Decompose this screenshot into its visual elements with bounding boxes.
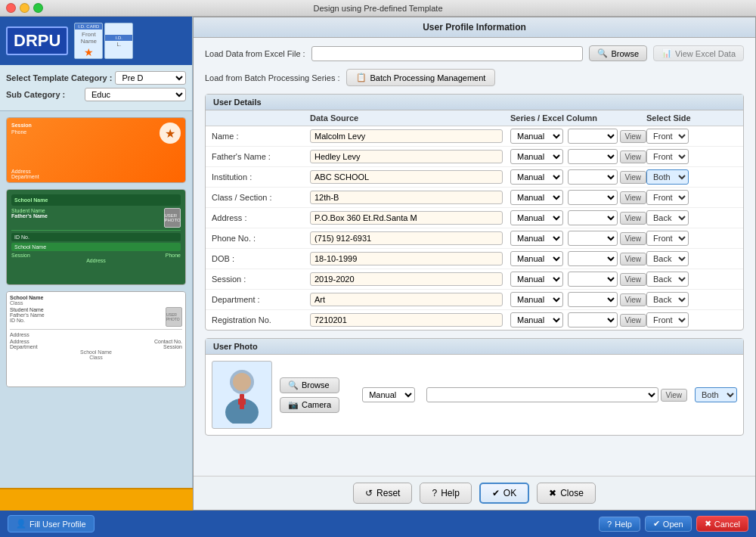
minimize-window-btn[interactable] <box>20 3 29 13</box>
side-select-7[interactable]: Front Back Both <box>646 272 689 287</box>
title-bar: Design using Pre-defined Template <box>0 0 756 17</box>
close-window-btn[interactable] <box>6 3 16 13</box>
template-card-3[interactable]: School Name Class Student Name Father's … <box>6 291 186 387</box>
side-group-4: Front Back Both <box>646 210 737 225</box>
fill-profile-btn[interactable]: 👤 Fill User Profile <box>8 515 94 532</box>
browse-excel-btn[interactable]: 🔍 Browse <box>589 45 647 61</box>
side-select-3[interactable]: Front Back Both <box>646 190 689 205</box>
reset-btn[interactable]: ↺ Reset <box>353 483 412 504</box>
photo-side-select[interactable]: Both Front Back <box>695 387 737 402</box>
sub-category-select[interactable]: Educ <box>85 88 186 101</box>
table-header: Data Source Series / Excel Column Select… <box>206 110 743 126</box>
view-btn-9[interactable]: View <box>620 314 647 327</box>
taskbar-open-btn[interactable]: ✔ Open <box>645 516 692 532</box>
source-group-7: Manual Excel View <box>510 272 646 287</box>
side-select-8[interactable]: Front Back Both <box>646 292 689 307</box>
row-input-4[interactable] <box>310 211 503 225</box>
view-btn-4[interactable]: View <box>620 212 647 225</box>
help-dialog-btn[interactable]: ? Help <box>420 483 471 504</box>
row-input-0[interactable] <box>310 129 503 143</box>
source-select-2[interactable]: Manual Excel <box>510 169 563 185</box>
series-select-5[interactable] <box>568 231 618 246</box>
source-select-6[interactable]: Manual Excel <box>510 251 563 266</box>
user-photo-title: User Photo <box>206 339 743 355</box>
source-select-3[interactable]: Manual Excel <box>510 190 563 205</box>
row-input-2[interactable] <box>310 170 503 184</box>
row-input-1[interactable] <box>310 150 503 163</box>
photo-view-btn[interactable]: View <box>661 389 688 402</box>
source-select-5[interactable]: Manual Excel <box>510 231 563 246</box>
row-input-3[interactable] <box>310 191 503 204</box>
dialog-title: User Profile Information <box>194 17 755 38</box>
view-excel-btn[interactable]: 📊 View Excel Data <box>653 45 744 61</box>
source-select-9[interactable]: Manual Excel <box>510 312 563 327</box>
template-card-2[interactable]: School Name Student Name Father's Name U… <box>6 189 186 285</box>
ok-btn[interactable]: ✔ OK <box>479 483 529 504</box>
view-btn-7[interactable]: View <box>620 273 647 286</box>
taskbar-help-btn[interactable]: ? Help <box>599 517 640 532</box>
series-select-2[interactable] <box>568 169 618 185</box>
source-select-4[interactable]: Manual Excel <box>510 210 563 225</box>
photo-source-select[interactable]: Manual <box>362 387 415 402</box>
browse-photo-btn[interactable]: 🔍 Browse <box>280 377 339 393</box>
reset-icon: ↺ <box>365 488 373 498</box>
view-btn-8[interactable]: View <box>620 293 647 306</box>
row-input-5[interactable] <box>310 231 503 245</box>
series-select-4[interactable] <box>568 210 618 225</box>
batch-processing-btn[interactable]: 📋 Batch Processing Management <box>346 69 496 86</box>
view-btn-1[interactable]: View <box>620 151 647 163</box>
template-category-select[interactable]: Pre D <box>115 71 186 85</box>
side-group-6: Front Back Both <box>646 251 737 266</box>
series-select-8[interactable] <box>568 292 618 307</box>
view-btn-2[interactable]: View <box>620 171 647 184</box>
camera-btn[interactable]: 📷 Camera <box>280 397 339 413</box>
user-photo-section: User Photo 🔍 Browse <box>205 338 744 436</box>
window-controls[interactable] <box>6 3 43 13</box>
series-select-0[interactable] <box>568 129 618 144</box>
row-value-group-1 <box>310 150 510 163</box>
view-btn-5[interactable]: View <box>620 232 647 245</box>
row-input-7[interactable] <box>310 272 503 286</box>
row-input-8[interactable] <box>310 293 503 306</box>
source-group-9: Manual Excel View <box>510 312 646 327</box>
excel-file-input[interactable] <box>311 46 584 61</box>
svg-point-2 <box>233 373 251 391</box>
photo-series-select[interactable] <box>426 387 658 402</box>
side-select-9[interactable]: Front Back Both <box>646 312 689 327</box>
series-select-3[interactable] <box>568 190 618 205</box>
series-select-1[interactable] <box>568 149 618 164</box>
series-select-9[interactable] <box>568 312 618 327</box>
source-select-8[interactable]: Manual Excel <box>510 292 563 307</box>
side-select-0[interactable]: Front Back Both <box>646 129 689 144</box>
taskbar-open-icon: ✔ <box>653 519 660 529</box>
side-select-5[interactable]: Front Back Both <box>646 231 689 246</box>
taskbar-cancel-btn[interactable]: ✖ Cancel <box>696 516 748 532</box>
table-row: Name : Manual Excel View Front Back Both <box>206 126 743 147</box>
row-label-9: Registration No. <box>212 315 310 324</box>
side-select-4[interactable]: Front Back Both <box>646 210 689 225</box>
source-select-1[interactable]: Manual Excel <box>510 149 563 164</box>
view-btn-3[interactable]: View <box>620 191 647 204</box>
side-select-6[interactable]: Front Back Both <box>646 251 689 266</box>
template-card-1[interactable]: Session Phone ★ Address Department <box>6 117 186 183</box>
row-label-8: Department : <box>212 295 310 304</box>
view-btn-0[interactable]: View <box>620 130 647 143</box>
series-select-6[interactable] <box>568 251 618 266</box>
source-select-0[interactable]: Manual Excel <box>510 129 563 144</box>
side-select-1[interactable]: Front Back Both <box>646 149 689 164</box>
side-select-2[interactable]: Front Back Both <box>646 169 689 185</box>
row-input-6[interactable] <box>310 252 503 265</box>
series-select-7[interactable] <box>568 272 618 287</box>
table-row: Session : Manual Excel View Front Back B… <box>206 269 743 290</box>
source-group-5: Manual Excel View <box>510 231 646 246</box>
row-label-1: Father's Name : <box>212 152 310 161</box>
source-select-7[interactable]: Manual Excel <box>510 272 563 287</box>
view-btn-6[interactable]: View <box>620 253 647 265</box>
row-input-9[interactable] <box>310 313 503 327</box>
close-dialog-btn[interactable]: ✖ Close <box>537 483 596 504</box>
maximize-window-btn[interactable] <box>33 3 43 13</box>
row-value-group-5 <box>310 231 510 245</box>
row-label-7: Session : <box>212 275 310 284</box>
star-icon: ★ <box>84 46 94 58</box>
photo-buttons: 🔍 Browse 📷 Camera <box>280 377 339 413</box>
